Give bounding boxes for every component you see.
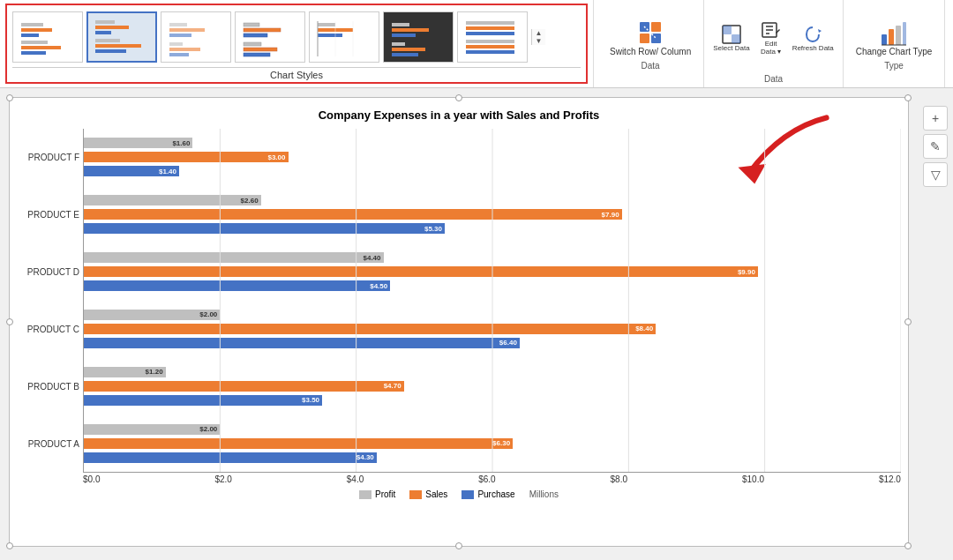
chart-frame: Company Expenses in a year with Sales an…	[9, 97, 909, 547]
svg-rect-26	[318, 34, 342, 37]
change-chart-type-group: Change Chart Type Type	[844, 0, 946, 87]
main-area: Company Expenses in a year with Sales an…	[0, 88, 953, 560]
svg-rect-31	[392, 23, 409, 26]
svg-rect-7	[95, 26, 129, 29]
svg-rect-8	[95, 31, 111, 34]
handle-tc[interactable]	[455, 94, 462, 101]
svg-rect-36	[392, 53, 418, 56]
svg-rect-34	[392, 42, 405, 46]
scroll-btn[interactable]: ▲ ▼	[531, 29, 545, 45]
handle-tr[interactable]	[904, 94, 912, 101]
legend-profit-label: Profit	[375, 489, 395, 499]
add-element-button[interactable]: +	[923, 106, 948, 131]
legend-sales-swatch	[409, 490, 422, 499]
svg-rect-40	[466, 40, 514, 43]
legend-units: Millions	[529, 489, 559, 499]
change-chart-type-icon	[880, 19, 908, 47]
svg-rect-37	[466, 21, 514, 25]
bars-area: $1.60 $3.00 $1.40 $2.60	[83, 129, 901, 473]
y-label-c: PRODUCT C	[17, 325, 79, 334]
y-label-d: PRODUCT D	[17, 267, 79, 277]
select-data-label: Select Data	[713, 45, 749, 53]
data-top-row: Select Data EditData ▾	[709, 4, 837, 72]
x-label-10: $10.0	[742, 474, 764, 484]
svg-rect-10	[95, 44, 141, 48]
handle-bl[interactable]	[6, 542, 13, 549]
svg-rect-57	[896, 26, 901, 45]
legend-purchase-label: Purchase	[477, 489, 514, 499]
refresh-data-button[interactable]: Refresh Data	[789, 22, 837, 55]
legend-sales-label: Sales	[425, 489, 447, 499]
ribbon: ▲ ▼ Chart Styles Switch Row/ Column	[0, 0, 953, 88]
legend-sales: Sales	[409, 489, 447, 499]
handle-bc[interactable]	[455, 542, 462, 549]
x-label-12: $12.0	[879, 474, 901, 484]
svg-rect-33	[392, 34, 416, 37]
switch-row-col-group: Switch Row/ Column Data	[597, 0, 704, 87]
svg-rect-39	[466, 32, 514, 35]
chart-style-thumb-7[interactable]	[457, 11, 528, 63]
handle-ml[interactable]	[6, 318, 13, 325]
svg-rect-19	[244, 28, 281, 32]
svg-rect-58	[903, 22, 906, 45]
svg-rect-42	[466, 50, 514, 54]
edit-data-button[interactable]: EditData ▾	[757, 18, 785, 58]
data-group-label2: Data	[764, 74, 783, 84]
switch-row-col-icon	[636, 19, 664, 47]
refresh-data-label: Refresh Data	[792, 45, 834, 53]
legend-profit-swatch	[359, 490, 371, 499]
svg-rect-44	[651, 22, 661, 32]
svg-rect-6	[95, 20, 115, 24]
x-label-0: $0.0	[83, 474, 100, 484]
chart-style-thumb-5[interactable]	[309, 11, 379, 63]
svg-rect-49	[732, 34, 740, 43]
y-label-e: PRODUCT E	[17, 210, 79, 220]
switch-row-col-label: Switch Row/ Column	[610, 47, 691, 57]
x-label-8: $8.0	[611, 474, 627, 484]
svg-rect-14	[169, 34, 191, 37]
select-data-icon	[721, 24, 742, 45]
svg-rect-22	[244, 48, 277, 51]
chart-style-thumb-3[interactable]	[161, 11, 231, 63]
svg-rect-41	[466, 45, 514, 49]
chart-title: Company Expenses in a year with Sales an…	[17, 108, 901, 122]
svg-rect-2	[21, 34, 39, 37]
chart-style-thumb-1[interactable]	[12, 11, 83, 63]
chart-styles-label: Chart Styles	[12, 67, 581, 80]
chart-style-thumb-4[interactable]	[235, 11, 305, 63]
svg-rect-45	[640, 34, 649, 43]
chart-styles-thumbnails: ▲ ▼	[12, 9, 581, 65]
chart-style-thumb-2[interactable]	[86, 11, 157, 63]
svg-rect-48	[723, 26, 732, 34]
handle-mr[interactable]	[904, 318, 912, 325]
svg-rect-0	[21, 23, 43, 26]
ribbon-actions: Switch Row/ Column Data Select Data	[593, 0, 949, 87]
right-buttons: + ✎ ▽	[918, 88, 953, 560]
type-group-label: Type	[884, 61, 904, 71]
edit-data-label: EditData ▾	[761, 41, 781, 56]
switch-row-col-button[interactable]: Switch Row/ Column	[606, 17, 694, 59]
svg-rect-55	[882, 34, 887, 45]
refresh-data-icon	[802, 24, 823, 45]
chart-filters-button[interactable]: ▽	[923, 162, 948, 187]
svg-rect-12	[169, 23, 187, 26]
svg-rect-5	[21, 51, 46, 55]
x-label-6: $6.0	[478, 474, 495, 484]
svg-rect-23	[244, 53, 270, 56]
svg-rect-18	[244, 23, 259, 26]
chart-style-thumb-6[interactable]	[383, 11, 454, 63]
x-label-2: $2.0	[214, 474, 231, 484]
legend-profit: Profit	[359, 489, 395, 499]
change-chart-type-button[interactable]: Change Chart Type	[852, 17, 936, 59]
handle-tl[interactable]	[6, 94, 13, 101]
svg-rect-20	[244, 34, 267, 37]
chart-styles-button[interactable]: ✎	[923, 134, 948, 159]
select-data-button[interactable]: Select Data	[709, 22, 753, 55]
svg-rect-21	[244, 42, 261, 46]
grid-svg	[84, 129, 901, 472]
change-chart-type-label: Change Chart Type	[856, 47, 933, 57]
svg-rect-38	[466, 26, 514, 30]
svg-rect-11	[95, 49, 126, 53]
handle-br[interactable]	[904, 542, 912, 549]
y-label-a: PRODUCT A	[17, 439, 79, 449]
